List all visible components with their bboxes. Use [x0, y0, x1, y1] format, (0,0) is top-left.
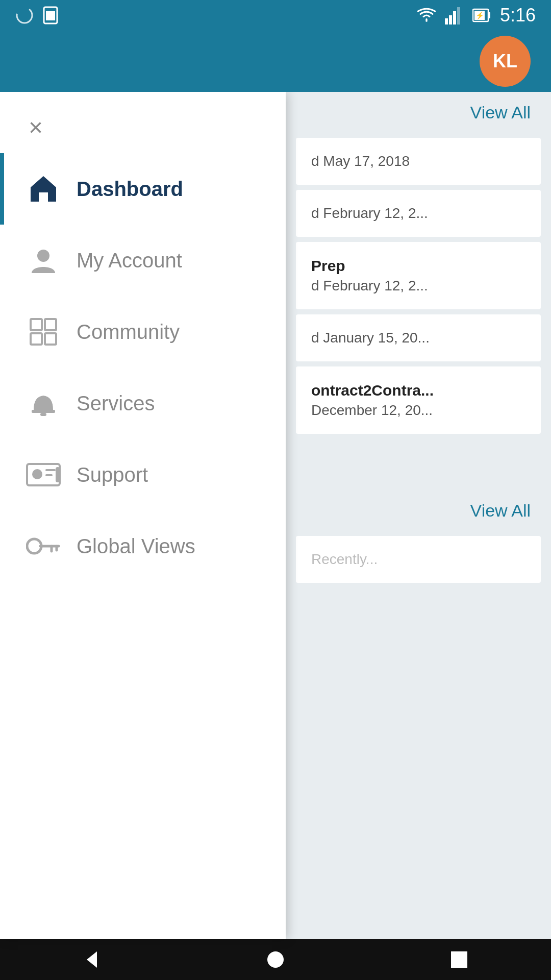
nav-menu: Dashboard My Account: [0, 153, 286, 582]
svg-rect-2: [46, 11, 55, 20]
main-layout: × Dashboard My Ac: [0, 92, 551, 939]
svg-rect-5: [453, 11, 456, 24]
card-date-5: December 12, 20...: [311, 402, 525, 419]
nav-label-support: Support: [77, 463, 148, 486]
view-all-bar-1: View All: [286, 92, 551, 133]
nav-item-services[interactable]: Services: [0, 368, 286, 439]
svg-point-12: [37, 250, 49, 262]
status-time: 5:16: [500, 5, 536, 26]
view-all-link-2[interactable]: View All: [470, 501, 531, 521]
support-icon: [26, 457, 61, 493]
nav-label-global-views: Global Views: [77, 535, 195, 558]
svg-rect-21: [45, 469, 56, 471]
back-button[interactable]: [71, 944, 112, 975]
svg-rect-16: [45, 333, 56, 345]
wifi-icon: [417, 6, 436, 24]
svg-point-0: [17, 8, 32, 23]
content-card-1: d May 17, 2018: [296, 138, 541, 185]
signal-icon: [445, 6, 463, 24]
spinner-icon: [15, 6, 34, 24]
home-button[interactable]: [255, 944, 296, 975]
card-date-3: d February 12, 2...: [311, 278, 525, 294]
svg-rect-30: [451, 951, 467, 968]
card-title-5: ontract2Contra...: [311, 382, 525, 399]
card-date-2: d February 12, 2...: [311, 205, 525, 222]
close-button[interactable]: ×: [20, 112, 51, 143]
view-all-bar-2: View All: [286, 490, 551, 531]
content-card-3: Prep d February 12, 2...: [296, 242, 541, 309]
content-card-2: d February 12, 2...: [296, 190, 541, 237]
content-area: View All d May 17, 2018 d February 12, 2…: [286, 92, 551, 939]
nav-label-my-account: My Account: [77, 249, 182, 272]
nav-item-support[interactable]: Support: [0, 439, 286, 510]
status-left-icons: [15, 6, 60, 24]
svg-rect-22: [45, 474, 53, 476]
card-title-3: Prep: [311, 257, 525, 275]
nav-label-dashboard: Dashboard: [77, 178, 183, 201]
svg-rect-19: [27, 464, 60, 485]
content-card-6: Recently...: [296, 536, 541, 583]
svg-rect-13: [31, 319, 42, 330]
svg-rect-17: [32, 410, 55, 413]
card-placeholder: Recently...: [311, 551, 525, 568]
content-card-5: ontract2Contra... December 12, 20...: [296, 366, 541, 434]
svg-marker-11: [31, 176, 56, 202]
bottom-navigation: [0, 939, 551, 980]
nav-item-global-views[interactable]: Global Views: [0, 510, 286, 582]
sim-icon: [41, 6, 60, 24]
svg-point-29: [267, 951, 284, 968]
svg-text:⚡: ⚡: [475, 11, 485, 20]
svg-rect-18: [40, 413, 46, 416]
svg-rect-23: [56, 467, 60, 482]
recent-button[interactable]: [439, 944, 480, 975]
svg-rect-4: [449, 15, 452, 24]
svg-rect-3: [445, 18, 448, 24]
svg-point-20: [32, 469, 42, 479]
user-avatar[interactable]: KL: [480, 36, 531, 87]
home-icon: [26, 171, 61, 207]
app-header: KL: [0, 31, 551, 92]
content-card-4: d January 15, 20...: [296, 314, 541, 361]
svg-marker-28: [87, 951, 97, 968]
community-icon: [26, 314, 61, 350]
navigation-drawer: × Dashboard My Ac: [0, 92, 286, 939]
services-icon: [26, 385, 61, 421]
key-icon: [26, 528, 61, 564]
card-date-4: d January 15, 20...: [311, 330, 525, 346]
svg-rect-15: [31, 333, 42, 345]
nav-item-dashboard[interactable]: Dashboard: [0, 153, 286, 225]
svg-rect-14: [45, 319, 56, 330]
status-right-icons: ⚡ 5:16: [417, 5, 536, 26]
close-icon: ×: [29, 115, 43, 140]
nav-item-my-account[interactable]: My Account: [0, 225, 286, 296]
battery-icon: ⚡: [472, 6, 491, 24]
nav-label-services: Services: [77, 392, 155, 415]
spacer: [286, 439, 551, 490]
nav-item-community[interactable]: Community: [0, 296, 286, 368]
account-icon: [26, 242, 61, 278]
nav-label-community: Community: [77, 321, 180, 344]
svg-rect-6: [457, 7, 460, 24]
card-date-1: d May 17, 2018: [311, 153, 525, 169]
view-all-link-1[interactable]: View All: [470, 103, 531, 122]
svg-rect-8: [488, 12, 490, 18]
status-bar: ⚡ 5:16: [0, 0, 551, 31]
